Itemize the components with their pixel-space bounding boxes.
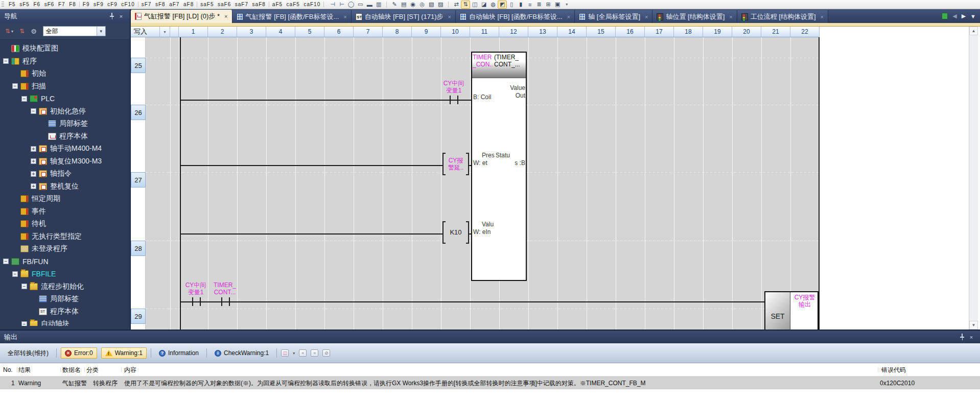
tree-item[interactable]: 初始 [0, 67, 130, 80]
tree-expander-icon[interactable] [31, 146, 36, 152]
tree-item[interactable]: 整机复位 [0, 180, 130, 193]
rung-number[interactable]: 26 [131, 105, 146, 120]
tree-expander-icon[interactable] [31, 183, 36, 189]
operand-box[interactable]: K10 [442, 221, 469, 244]
error-filter-button[interactable]: × Error:0 [61, 347, 97, 359]
header-caret-icon[interactable]: ▼ [160, 27, 170, 37]
tree-item[interactable]: PLC [0, 92, 130, 105]
tree-expander-icon[interactable] [21, 96, 27, 102]
tree-item[interactable]: 自动轴块 [0, 318, 130, 326]
fkey-button-group[interactable]: saF5 saF6 saF7 saF8 [197, 2, 269, 7]
tree-expander-icon[interactable] [3, 58, 9, 64]
open-contact-icon[interactable]: ⊣ [328, 1, 337, 9]
toolbar-overflow-icon[interactable]: ▾ [562, 1, 571, 9]
tab-close-icon[interactable]: × [224, 13, 227, 19]
tree-expander-icon[interactable] [21, 321, 27, 326]
cross-reference-icon[interactable]: ⇄ [452, 1, 461, 9]
vertical-scrollbar[interactable]: ▲ ▼ [969, 27, 978, 330]
tree-item[interactable]: 无执行类型指定 [0, 230, 130, 243]
separator[interactable] [445, 2, 449, 8]
zoom-icon[interactable]: ◍ [488, 1, 498, 9]
document-tab[interactable]: 轴 [全局标签设置] × [575, 10, 652, 23]
function-block-icon[interactable]: ▭ [356, 1, 365, 9]
write-mode-cell[interactable]: 写入 [131, 27, 160, 37]
document-tab[interactable]: 工位流程 [结构体设置] × [737, 10, 828, 23]
tree-expander-icon[interactable] [31, 108, 36, 114]
detail-view-icon[interactable]: ≣ [534, 1, 544, 9]
jump-next-icon[interactable]: » [311, 349, 318, 357]
message-filter-icon[interactable]: ◫ [281, 349, 289, 357]
comment-icon[interactable]: ▨ [436, 1, 445, 9]
close-contact-icon[interactable]: ⊢ [337, 1, 346, 9]
pin-icon[interactable] [107, 12, 116, 20]
navigation-window-icon[interactable]: ◩ [498, 1, 507, 9]
ladder-canvas[interactable]: 25 26 27 28 29 CY中间 变量1 CY报 警延.. K10 [131, 37, 980, 330]
checkwarning-filter-button[interactable]: i CheckWarning:1 [211, 348, 272, 358]
contact-symbol[interactable] [221, 297, 222, 306]
chevron-down-icon[interactable]: ▾ [293, 351, 295, 356]
document-tab[interactable]: 气缸报警 [FB] [函数/FB标签设... × [232, 10, 352, 23]
contact-label[interactable]: CY中间 变量1 [181, 281, 211, 296]
tree-item[interactable]: 轴手动M400-M4 [0, 143, 130, 155]
tab-scroll-right-icon[interactable]: ▶ [962, 13, 966, 19]
vertical-line-icon[interactable]: ▥ [374, 1, 383, 9]
tree-item[interactable]: 轴复位M300-M3 [0, 155, 130, 168]
close-icon[interactable]: × [116, 12, 126, 20]
tree-item[interactable]: 恒定周期 [0, 193, 130, 205]
tree-item[interactable]: 模块配置图 [0, 42, 130, 55]
rung-number[interactable]: 28 [131, 241, 146, 256]
tab-close-icon[interactable]: × [645, 14, 648, 20]
insert-row-icon[interactable]: ⊞ [544, 1, 553, 9]
tree-item[interactable]: 程序本体 [0, 130, 130, 143]
docking-right-icon[interactable]: ▮ [516, 1, 525, 9]
warning-row[interactable]: 1 Warning 气缸报警 转换程序 使用了不是可编程控制器的写入对象的数据(… [0, 377, 980, 389]
contact-label[interactable]: TIMER_ CONT... [209, 281, 240, 296]
scroll-down-icon[interactable]: ▼ [969, 321, 978, 330]
document-tab[interactable]: 自动轴块 [FB] [函数/FB标签设... × [456, 10, 575, 23]
information-filter-button[interactable]: ? Information [155, 348, 202, 358]
tree-item[interactable]: 未登录程序 [0, 243, 130, 255]
tab-scroll-left-icon[interactable]: ◀ [952, 13, 956, 19]
tree-expander-icon[interactable] [12, 271, 18, 277]
note-icon[interactable]: ▧ [427, 1, 436, 9]
tree-expander-icon[interactable] [31, 158, 36, 164]
collapse-tree-button[interactable]: ⇅▾ [3, 26, 15, 36]
select-mode-icon[interactable]: ▣ [553, 1, 562, 9]
watch-window-icon[interactable]: ◫ [470, 1, 479, 9]
document-tab[interactable]: 轴位置 [结构体设置] × [652, 10, 737, 23]
tree-expander-icon[interactable] [3, 259, 9, 264]
chevron-down-icon[interactable]: ▼ [97, 27, 105, 36]
document-tab[interactable]: 自动轴块 [FB] [ST] (171)步 × [352, 10, 456, 23]
contact-symbol[interactable] [192, 297, 193, 306]
close-icon[interactable]: × [967, 333, 976, 341]
tree-item[interactable]: 程序 [0, 55, 130, 68]
horizontal-line-icon[interactable]: ▬ [365, 1, 374, 9]
tree-item[interactable]: 待机 [0, 218, 130, 230]
contact-symbol[interactable] [457, 96, 458, 104]
docking-left-icon[interactable]: ▯ [507, 1, 516, 9]
tab-close-icon[interactable]: × [821, 14, 824, 20]
coil-icon[interactable]: ◯ [346, 1, 356, 9]
scroll-up-icon[interactable]: ▲ [969, 27, 978, 35]
tab-close-icon[interactable]: × [343, 14, 346, 20]
list-view-icon[interactable]: ≡ [525, 1, 534, 9]
tab-list-icon[interactable]: ▼ [970, 13, 976, 19]
toolbar-grip[interactable] [2, 2, 4, 8]
tree-item[interactable]: 局部标签 [0, 293, 130, 306]
contact-label[interactable]: CY中间 变量1 [436, 80, 471, 94]
tree-expander-icon[interactable] [21, 284, 27, 289]
gear-icon[interactable]: ⚙ [29, 26, 39, 36]
clear-output-icon[interactable]: ⊘ [322, 349, 330, 357]
contact-symbol[interactable] [450, 96, 451, 104]
statement-icon[interactable]: ▤ [399, 1, 408, 9]
tree-expander-icon[interactable] [12, 83, 18, 89]
tree-item[interactable]: FBFILE [0, 268, 130, 280]
contact-symbol[interactable] [229, 297, 230, 306]
fkey-button-group[interactable]: sF7 sF8 aF7 aF8 [138, 2, 197, 7]
operand-box[interactable]: CY报 警延.. [442, 153, 469, 175]
tree-filter-select[interactable]: 全部 ▼ [43, 26, 106, 36]
warning-filter-button[interactable]: Warning:1 [101, 347, 147, 359]
device-list-icon[interactable]: ⇅ [461, 1, 470, 9]
find-replace-icon[interactable]: ◎ [417, 1, 427, 9]
verify-icon[interactable]: ◪ [479, 1, 488, 9]
